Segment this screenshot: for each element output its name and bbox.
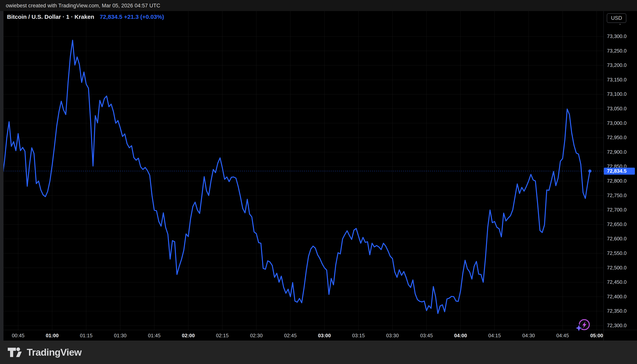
time-axis-label: 01:30 (114, 332, 126, 338)
time-axis-label: 02:15 (216, 332, 228, 338)
price-axis-label: 72,500.0 (607, 265, 626, 271)
price-axis-label: 72,600.0 (607, 236, 626, 242)
tradingview-logo[interactable]: TradingView (7, 347, 82, 358)
time-axis-label: 01:45 (148, 332, 160, 338)
price-line-series (0, 40, 590, 314)
footer-bar: TradingView (0, 340, 637, 364)
price-axis-label: 73,000.0 (607, 120, 626, 126)
price-axis-label: 72,900.0 (607, 149, 626, 155)
currency-usd-button[interactable]: USD (607, 13, 626, 23)
price-axis[interactable]: USD 72,834.5 73,300.073,250.073,200.073,… (604, 11, 637, 330)
price-axis-label: 72,350.0 (607, 308, 626, 314)
time-axis-label: 02:00 (182, 332, 195, 338)
attribution-text: owiebest created with TradingView.com, M… (6, 2, 160, 8)
price-axis-label: 73,150.0 (607, 77, 626, 83)
time-axis-label: 05:00 (590, 332, 603, 338)
symbol-title: Bitcoin / U.S. Dollar · 1 · Kraken (7, 14, 94, 20)
price-axis-label: 73,050.0 (607, 106, 626, 112)
price-axis-label: 72,450.0 (607, 279, 626, 285)
price-axis-label: 72,950.0 (607, 134, 626, 140)
time-axis-label: 03:00 (318, 332, 331, 338)
tradingview-wordmark: TradingView (27, 347, 82, 358)
time-axis[interactable]: 00:4501:0001:1501:3001:4502:0002:1502:30… (0, 330, 604, 341)
price-axis-label: 72,700.0 (607, 207, 626, 213)
tradingview-mark-icon (7, 347, 23, 358)
price-axis-label: 73,100.0 (607, 91, 626, 97)
last-price-dot (588, 170, 592, 173)
price-axis-label: 72,750.0 (607, 192, 626, 198)
time-axis-label: 04:00 (454, 332, 467, 338)
time-axis-label: 00:45 (12, 332, 24, 338)
time-axis-label: 04:15 (488, 332, 501, 338)
time-axis-label: 01:15 (80, 332, 92, 338)
time-axis-label: 03:30 (386, 332, 399, 338)
time-axis-label: 01:00 (46, 332, 59, 338)
time-axis-label: 02:45 (284, 332, 296, 338)
price-axis-label: 72,300.0 (607, 322, 626, 328)
left-edge-strip (0, 11, 4, 340)
price-axis-label: 72,550.0 (607, 250, 626, 256)
price-axis-label: 73,250.0 (607, 48, 626, 54)
time-axis-label: 04:30 (522, 332, 535, 338)
chart-legend: Bitcoin / U.S. Dollar · 1 · Kraken 72,83… (7, 14, 164, 20)
price-axis-label: 72,650.0 (607, 221, 626, 227)
price-axis-label: 72,400.0 (607, 294, 626, 300)
price-axis-label: 73,200.0 (607, 62, 626, 68)
current-price-badge: 72,834.5 (604, 168, 635, 175)
time-axis-label: 03:45 (420, 332, 433, 338)
time-axis-label: 03:15 (352, 332, 365, 338)
last-price-and-change: 72,834.5 +21.3 (+0.03%) (100, 14, 164, 20)
time-axis-label: 02:30 (250, 332, 263, 338)
price-axis-label: 72,800.0 (607, 178, 626, 184)
tradingview-chart-page: { "attribution": "owiebest created with … (0, 0, 637, 364)
time-axis-label: 04:45 (556, 332, 569, 338)
attribution-bar: owiebest created with TradingView.com, M… (0, 0, 637, 11)
flash-trade-button[interactable] (574, 318, 592, 333)
price-axis-label: 73,300.0 (607, 33, 626, 39)
axis-corner (604, 330, 637, 341)
price-chart-canvas[interactable] (0, 11, 604, 330)
lightning-icon (574, 318, 592, 333)
axis-handle-dot (620, 24, 620, 25)
